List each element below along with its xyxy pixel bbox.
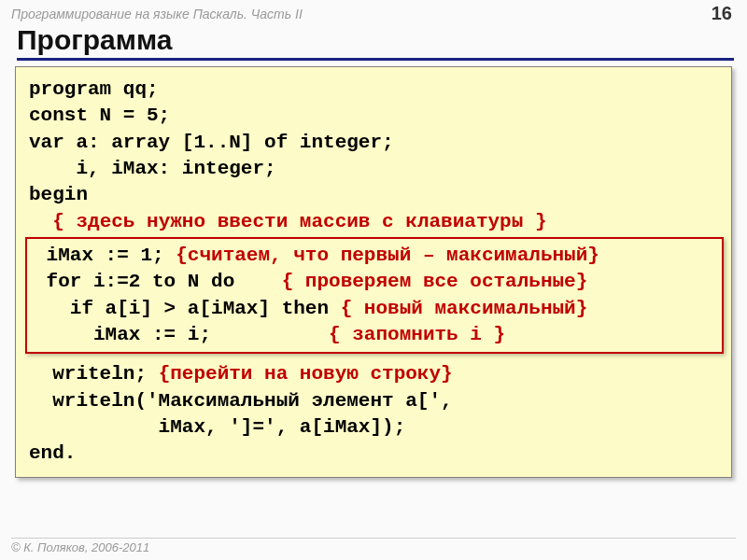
code-line: { здесь нужно ввести массив с клавиатуры…: [29, 209, 720, 235]
slide-title: Программа: [17, 24, 734, 61]
code-line: iMax := 1; {считаем, что первый – максим…: [35, 243, 714, 269]
code-comment: { проверяем все остальные}: [282, 271, 588, 292]
code-line: iMax := i; { запомнить i }: [35, 322, 714, 348]
code-line: program qq;: [29, 77, 720, 103]
code-text: writeln;: [29, 363, 159, 385]
slide-footer: © К. Поляков, 2006-2011: [11, 538, 736, 554]
code-box: program qq; const N = 5; var a: array [1…: [15, 66, 732, 478]
code-line: end.: [29, 441, 720, 467]
slide: Программирование на языке Паскаль. Часть…: [0, 0, 747, 560]
code-line: i, iMax: integer;: [29, 156, 720, 182]
code-line: begin: [29, 182, 720, 208]
code-comment: { запомнить i }: [329, 324, 505, 345]
slide-header: Программирование на языке Паскаль. Часть…: [0, 0, 747, 24]
code-comment: {считаем, что первый – максимальный}: [176, 245, 599, 266]
code-comment: {перейти на новую строку}: [159, 363, 453, 385]
code-text: [29, 211, 52, 232]
code-line: const N = 5;: [29, 103, 720, 129]
page-number: 16: [712, 3, 732, 24]
code-line: if a[i] > a[iMax] then { новый максималь…: [35, 296, 714, 322]
code-comment: { здесь нужно ввести массив с клавиатуры…: [52, 211, 546, 232]
code-line: writeln; {перейти на новую строку}: [29, 361, 720, 387]
code-line: writeln('Максимальный элемент a[',: [29, 388, 720, 414]
code-text: iMax := 1;: [35, 245, 176, 266]
code-comment: { новый максимальный}: [341, 298, 588, 319]
course-title: Программирование на языке Паскаль. Часть…: [11, 7, 303, 21]
code-text: for i:=2 to N do: [35, 271, 282, 292]
code-line: iMax, ']=', a[iMax]);: [29, 414, 720, 441]
code-text: iMax := i;: [35, 324, 329, 345]
code-text: if a[i] > a[iMax] then: [35, 298, 341, 319]
highlight-box: iMax := 1; {считаем, что первый – максим…: [25, 237, 724, 354]
code-line: for i:=2 to N do { проверяем все остальн…: [35, 269, 714, 295]
code-line: var a: array [1..N] of integer;: [29, 130, 720, 156]
